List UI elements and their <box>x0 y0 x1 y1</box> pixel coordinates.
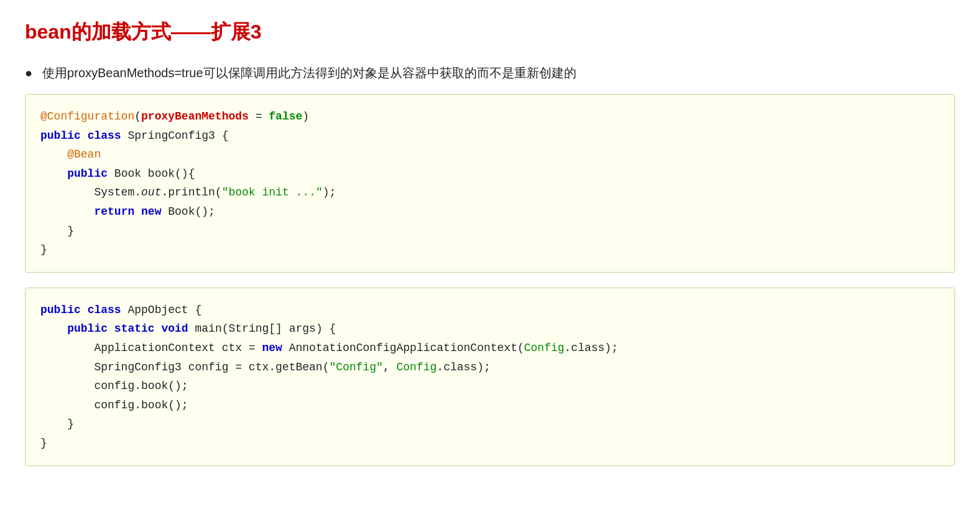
bullet-dot: ● <box>25 66 32 80</box>
keyword-public2: public <box>67 167 108 180</box>
code-line: public class AppObject { <box>40 301 940 320</box>
code-line: config.book(); <box>40 377 940 396</box>
param-key: proxyBeanMethods <box>141 110 249 123</box>
keyword-public: public <box>40 129 81 142</box>
annotation: @Configuration <box>40 110 134 123</box>
keyword-class: class <box>88 129 121 142</box>
code-line: return new Book(); <box>40 202 940 222</box>
code-line: } <box>40 434 940 453</box>
code-block-1: @Configuration(proxyBeanMethods = false)… <box>25 94 955 273</box>
class-ref-config2: Config <box>397 361 437 373</box>
page-title: bean的加载方式——扩展3 <box>25 19 955 46</box>
code-line: ApplicationContext ctx = new AnnotationC… <box>40 339 940 358</box>
keyword-void: void <box>161 322 188 335</box>
code-line: @Bean <box>40 145 940 164</box>
annotation-bean: @Bean <box>67 148 101 161</box>
code-line: config.book(); <box>40 396 940 415</box>
keyword-return: return <box>94 205 134 218</box>
keyword-public3: public <box>40 304 81 316</box>
code-line: public class SpringConfig3 { <box>40 126 940 146</box>
code-block-2: public class AppObject { public static v… <box>25 288 955 466</box>
bullet-text: 使用proxyBeanMethods=true可以保障调用此方法得到的对象是从容… <box>42 65 576 82</box>
keyword-class2: class <box>88 304 121 316</box>
keyword-public4: public <box>67 322 108 335</box>
code-line: } <box>40 240 940 260</box>
code-line: System.out.println("book init ..."); <box>40 183 940 202</box>
keyword-new2: new <box>262 342 282 354</box>
string-literal-config: "Config" <box>329 361 382 373</box>
code-line: public Book book(){ <box>40 164 940 184</box>
keyword-static: static <box>114 322 155 335</box>
code-line: } <box>40 222 940 241</box>
code-line: @Configuration(proxyBeanMethods = false) <box>40 107 940 126</box>
bullet-item: ● 使用proxyBeanMethods=true可以保障调用此方法得到的对象是… <box>25 65 955 82</box>
code-line: } <box>40 415 940 434</box>
code-line: SpringConfig3 config = ctx.getBean("Conf… <box>40 358 940 377</box>
code-line: public static void main(String[] args) { <box>40 319 940 339</box>
param-val: false <box>269 110 302 123</box>
keyword-new: new <box>141 205 161 218</box>
string-literal: "book init ..." <box>222 186 323 199</box>
class-ref-config: Config <box>524 342 565 354</box>
